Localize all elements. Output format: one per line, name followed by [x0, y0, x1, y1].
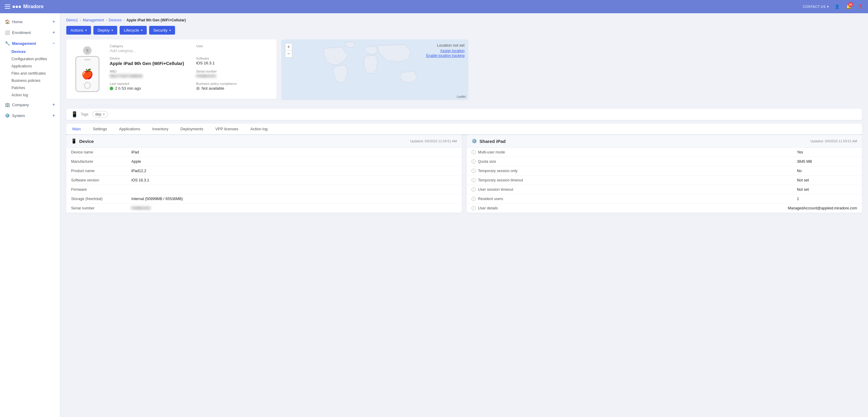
- notification-badge: 32: [848, 2, 853, 7]
- lifecycle-button[interactable]: Lifecycle ▾: [120, 26, 147, 35]
- device-panel-wrapper: 📱 Device Updated: 3/9/2023 11:59:51 AM D…: [66, 135, 462, 213]
- quota-size-row: i Quota size 3845 MB: [467, 157, 862, 166]
- tab-content-panels: 📱 Device Updated: 3/9/2023 11:59:51 AM D…: [66, 135, 862, 213]
- temp-session-row: i Temporary session only No: [467, 166, 862, 176]
- company-icon: 🏢: [5, 102, 10, 107]
- tab-inventory[interactable]: Inventory: [146, 124, 174, 135]
- quota-info-icon[interactable]: i: [471, 160, 476, 164]
- category-group: Category Add category...: [110, 44, 184, 53]
- sidebar-section-home: 🏠 Home +: [0, 17, 60, 27]
- tab-applications[interactable]: Applications: [113, 124, 146, 135]
- device-info-card: S 🍎 Category Add category... User: [66, 39, 277, 99]
- deploy-chevron-icon: ▾: [112, 29, 113, 32]
- shared-ipad-title: ⚙️ Shared iPad: [471, 138, 506, 144]
- tab-settings[interactable]: Settings: [87, 124, 113, 135]
- phone-icon: 🍎: [75, 56, 99, 92]
- user-profile-button[interactable]: 👤: [834, 3, 840, 10]
- sidebar-item-enrollment[interactable]: ⬜ Enrollment +: [0, 28, 60, 37]
- company-expand-button[interactable]: +: [53, 102, 55, 107]
- user-details-info-icon[interactable]: i: [471, 206, 476, 210]
- main-layout: 🏠 Home + ⬜ Enrollment + 🔧 Management: [0, 13, 868, 417]
- sidebar-item-action-log[interactable]: Action log: [11, 92, 60, 99]
- sidebar-item-devices[interactable]: Devices: [11, 48, 60, 55]
- sidebar-item-business-policies[interactable]: Business policies: [11, 77, 60, 84]
- enrollment-expand-button[interactable]: +: [53, 30, 55, 35]
- temp-session-info-icon[interactable]: i: [471, 169, 476, 173]
- tab-action-log[interactable]: Action log: [244, 124, 274, 135]
- tab-main[interactable]: Main: [66, 124, 87, 135]
- security-button[interactable]: Security ▾: [149, 26, 175, 35]
- sidebar-item-files-certs[interactable]: Files and certificates: [11, 70, 60, 77]
- sidebar-item-system[interactable]: ⚙️ System +: [0, 111, 60, 120]
- device-panel-title: 📱 Device: [71, 138, 94, 144]
- tags-device-icon: 📱: [71, 111, 78, 118]
- breadcrumb-sep-3: ›: [123, 18, 124, 22]
- zoom-in-button[interactable]: +: [285, 43, 292, 50]
- chevron-down-icon: ▾: [827, 5, 829, 9]
- logo-text: Miradore: [23, 4, 44, 9]
- last-reported-group: Last reported 2 h 53 min ago: [110, 82, 184, 91]
- serial-blurred-value: F4H8XXXX: [131, 206, 457, 210]
- hamburger-menu[interactable]: [5, 4, 10, 9]
- logo-area: Miradore: [5, 4, 44, 9]
- tags-label: Tags: [81, 112, 88, 116]
- enable-tracking-link[interactable]: Enable location tracking: [426, 54, 465, 58]
- breadcrumb-sep-1: ›: [80, 18, 81, 22]
- shared-ipad-icon: ⚙️: [471, 138, 477, 144]
- home-icon: 🏠: [5, 19, 10, 24]
- serial-value: F4H8XXXX: [196, 74, 271, 78]
- map-panel: + − Location not set Assign location Ena…: [281, 39, 468, 100]
- breadcrumb: Demo1 › Management › Devices › Apple iPa…: [66, 18, 862, 22]
- contact-us-button[interactable]: CONTACT US ▾: [803, 5, 829, 9]
- sidebar-section-company: 🏢 Company +: [0, 100, 60, 109]
- sidebar-item-patches[interactable]: Patches: [11, 84, 60, 92]
- manufacturer-row: Manufacturer Apple: [66, 157, 462, 166]
- sidebar-item-home[interactable]: 🏠 Home +: [0, 17, 60, 27]
- sidebar-item-company[interactable]: 🏢 Company +: [0, 100, 60, 109]
- device-panel-rows: Device name iPad Manufacturer Apple Prod…: [66, 148, 462, 213]
- home-expand-button[interactable]: +: [53, 19, 55, 24]
- user-group: User: [196, 44, 271, 53]
- software-version-row: Software version iOS 16.3.1: [66, 176, 462, 185]
- sidebar: 🏠 Home + ⬜ Enrollment + 🔧 Management: [0, 13, 60, 417]
- management-icon: 🔧: [5, 41, 10, 46]
- firmware-row: Firmware: [66, 185, 462, 194]
- actions-button[interactable]: Actions ▾: [66, 26, 91, 35]
- system-expand-button[interactable]: +: [53, 113, 55, 118]
- dep-tag-remove-button[interactable]: ✕: [102, 112, 105, 116]
- management-collapse-button[interactable]: −: [53, 41, 55, 46]
- deploy-button[interactable]: Deploy ▾: [93, 26, 117, 35]
- sidebar-item-management[interactable]: 🔧 Management −: [0, 38, 60, 48]
- product-name-row: Product name iPad12,2: [66, 166, 462, 176]
- sidebar-section-enrollment: ⬜ Enrollment +: [0, 28, 60, 37]
- shared-ipad-panel: ⚙️ Shared iPad Updated: 3/9/2023 11:59:5…: [467, 135, 862, 213]
- breadcrumb-sep-2: ›: [106, 18, 107, 22]
- device-image: S 🍎: [72, 44, 102, 94]
- temp-timeout-info-icon[interactable]: i: [471, 178, 476, 182]
- user-timeout-info-icon[interactable]: i: [471, 187, 476, 192]
- zoom-out-button[interactable]: −: [285, 50, 292, 58]
- top-nav-right: CONTACT US ▾ 👤 🔔 32 ❓: [803, 3, 863, 10]
- sidebar-section-system: ⚙️ System +: [0, 111, 60, 120]
- sidebar-item-applications[interactable]: Applications: [11, 63, 60, 70]
- sidebar-item-config-profiles[interactable]: Configuration profiles: [11, 55, 60, 63]
- multi-user-mode-row: i Multi-user mode Yes: [467, 148, 862, 157]
- multi-user-info-icon[interactable]: i: [471, 150, 476, 154]
- assign-location-link[interactable]: Assign location: [426, 49, 465, 53]
- temp-session-timeout-row: i Temporary session timeout Not set: [467, 176, 862, 185]
- logo-icon: [13, 6, 21, 8]
- detail-tabs: Main Settings Applications Inventory Dep…: [66, 124, 862, 135]
- leaflet-credit[interactable]: Leaflet: [457, 95, 466, 98]
- tab-deployments[interactable]: Deployments: [175, 124, 209, 135]
- device-name-group: Device Apple iPad 9th Gen (WiFi+Cellular…: [110, 57, 184, 66]
- resident-info-icon[interactable]: i: [471, 197, 476, 201]
- compliance-group: Business policy compliance Not available: [196, 82, 271, 91]
- notifications-button[interactable]: 🔔 32: [845, 3, 852, 10]
- sidebar-section-management: 🔧 Management − Devices Configuration pro…: [0, 38, 60, 99]
- tab-vpp-licenses[interactable]: VPP licenses: [209, 124, 244, 135]
- help-button[interactable]: ❓: [857, 3, 863, 10]
- shared-ipad-panel-wrapper: ⚙️ Shared iPad Updated: 3/9/2023 11:59:5…: [467, 135, 862, 213]
- top-navigation: Miradore CONTACT US ▾ 👤 🔔 32 ❓: [0, 0, 868, 13]
- serial-number-row: Serial number F4H8XXXX: [66, 204, 462, 213]
- action-buttons-row: Actions ▾ Deploy ▾ Lifecycle ▾ Security …: [66, 26, 862, 35]
